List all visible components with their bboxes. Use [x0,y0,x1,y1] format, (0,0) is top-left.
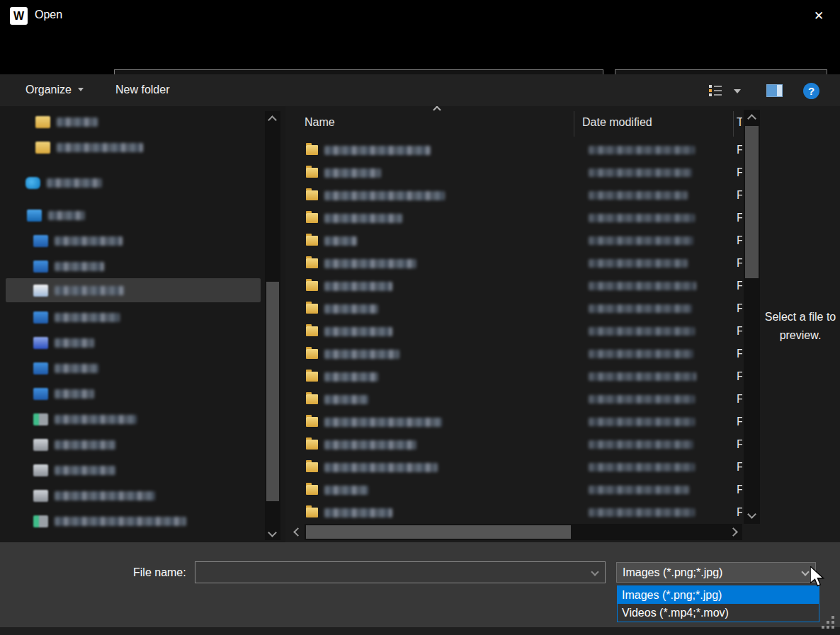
sidebar-item[interactable] [6,278,261,302]
sidebar-item[interactable] [6,137,261,157]
sidebar-item[interactable] [6,205,261,225]
column-date-modified[interactable]: Date modified [582,116,652,129]
file-name-redacted [324,440,416,450]
blue-icon [33,261,48,273]
file-row[interactable]: F [290,411,742,433]
file-name-redacted [324,350,399,359]
sidebar-item[interactable] [6,307,261,327]
sidebar-item-label-redacted [55,440,115,450]
sidebar-item[interactable] [6,409,261,429]
file-type-select[interactable]: Images (*.png;*.jpg) [616,562,816,583]
file-type-cell: F [737,257,742,270]
file-name-redacted [324,146,431,155]
column-name[interactable]: Name [305,116,335,129]
sidebar-item[interactable] [6,486,261,505]
preview-pane-icon[interactable] [766,84,783,97]
date-modified-redacted [589,463,695,471]
sidebar-item[interactable] [6,384,261,404]
sidebar-item[interactable] [6,358,261,378]
file-type-cell: F [737,416,742,428]
file-name-combobox[interactable] [195,561,606,583]
file-row[interactable]: F [290,456,742,479]
file-row[interactable]: F [290,161,742,184]
file-row[interactable]: F [290,388,742,411]
folder-icon [35,116,50,128]
file-row[interactable]: F [290,252,742,275]
blue-icon [33,388,48,400]
date-modified-redacted [589,191,688,200]
menu-item-images[interactable]: Images (*.png;*.jpg) [618,586,819,604]
column-divider[interactable] [733,111,734,137]
new-folder-button[interactable]: New folder [115,84,169,96]
file-row[interactable]: F [290,275,742,297]
file-type-menu: Images (*.png;*.jpg) Videos (*.mp4;*.mov… [617,585,819,622]
file-name-label: File name: [133,566,186,579]
sidebar-item[interactable] [6,460,261,480]
folder-icon [306,462,318,472]
file-row[interactable]: F [290,501,742,524]
sidebar-item[interactable] [6,173,261,193]
file-name-input[interactable] [198,564,584,581]
file-name-redacted [324,214,402,223]
sidebar-item-label-redacted [55,236,123,246]
blue-icon [33,235,48,247]
navigation-tree [0,106,285,542]
file-row[interactable]: F [290,365,742,388]
file-type-cell: F [737,484,742,496]
date-modified-redacted [589,214,695,222]
sidebar-item[interactable] [6,511,261,531]
file-type-cell: F [737,144,742,156]
folder-icon [306,145,318,155]
resize-grip-icon[interactable] [822,616,836,631]
file-row[interactable]: F [290,320,742,343]
sidebar-item[interactable] [6,231,261,251]
file-type-cell: F [737,280,742,292]
sidebar-item-label-redacted [57,118,98,127]
file-type-cell: F [737,348,742,360]
date-modified-redacted [589,327,695,336]
folder-icon [306,440,318,450]
list-scrollbar-thumb[interactable] [745,126,759,278]
folder-icon [306,349,318,359]
date-modified-redacted [589,395,695,404]
file-name-dropdown-chevron-icon[interactable] [591,568,598,576]
scroll-left-icon[interactable] [293,527,302,537]
file-type-cell: F [737,234,742,247]
file-row[interactable]: F [290,139,742,161]
column-type[interactable]: Ty [737,116,742,129]
sidebar-item[interactable] [6,256,261,276]
sidebar-item-label-redacted [55,338,94,348]
menu-item-videos[interactable]: Videos (*.mp4;*.mov) [618,604,819,622]
sidebar-item-label-redacted [47,178,102,188]
sidebar-item[interactable] [6,333,261,353]
file-row[interactable]: F [290,343,742,365]
sidebar-item-label-redacted [55,364,98,373]
sidebar-item[interactable] [6,112,261,132]
date-modified-redacted [589,440,693,449]
file-type-cell: F [737,393,742,406]
help-icon[interactable]: ? [803,83,819,99]
sidebar-scrollbar-thumb[interactable] [266,282,279,501]
file-name-redacted [324,191,445,200]
folder-icon [306,236,318,246]
file-row[interactable]: F [290,207,742,229]
organize-button[interactable]: Organize [25,84,84,96]
sidebar-item-label-redacted [55,517,186,526]
file-row[interactable]: F [290,297,742,320]
view-options-chevron-icon[interactable] [734,89,741,93]
horizontal-scrollbar-thumb[interactable] [306,525,571,539]
sidebar-item-label-redacted [55,491,155,500]
file-row[interactable]: F [290,433,742,456]
file-type-cell: F [737,302,742,315]
column-divider[interactable] [574,111,574,137]
file-row[interactable]: F [290,184,742,207]
close-icon[interactable]: ✕ [809,8,829,25]
file-type-cell: F [737,166,742,179]
folder-icon [306,258,318,268]
sidebar-item-label-redacted [55,313,120,322]
file-row[interactable]: F [290,479,742,501]
music-icon [33,337,48,349]
sidebar-item[interactable] [6,435,261,454]
file-row[interactable]: F [290,229,742,252]
details-view-icon[interactable] [708,84,722,98]
